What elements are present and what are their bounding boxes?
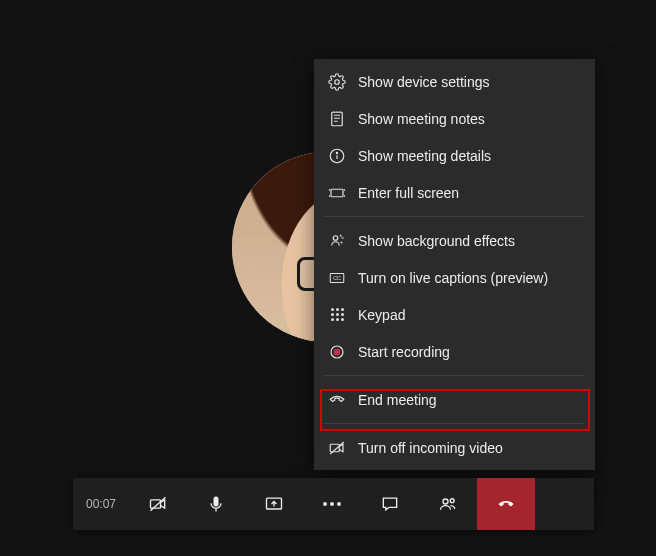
keypad-icon — [328, 306, 346, 324]
gear-icon — [328, 73, 346, 91]
menu-item-turn-off-incoming-video[interactable]: Turn off incoming video — [314, 429, 595, 466]
menu-separator — [324, 375, 585, 376]
menu-item-label: Show meeting notes — [358, 111, 485, 127]
info-icon — [328, 147, 346, 165]
svg-point-6 — [333, 235, 338, 240]
meeting-control-bar: 00:07 — [73, 478, 594, 530]
share-screen-button[interactable] — [245, 478, 303, 530]
menu-item-label: Start recording — [358, 344, 450, 360]
microphone-toggle-button[interactable] — [187, 478, 245, 530]
fullscreen-icon — [328, 184, 346, 202]
phone-hangup-icon — [328, 391, 346, 409]
svg-point-10 — [334, 348, 341, 355]
menu-item-label: Keypad — [358, 307, 405, 323]
menu-item-fullscreen[interactable]: Enter full screen — [314, 174, 595, 211]
video-off-icon — [328, 439, 346, 457]
menu-item-live-captions[interactable]: CC Turn on live captions (preview) — [314, 259, 595, 296]
menu-item-label: Show background effects — [358, 233, 515, 249]
svg-rect-5 — [331, 189, 343, 197]
more-actions-menu: Show device settings Show meeting notes … — [314, 59, 595, 470]
camera-toggle-button[interactable] — [129, 478, 187, 530]
notes-icon — [328, 110, 346, 128]
svg-rect-1 — [332, 112, 343, 126]
record-icon — [328, 343, 346, 361]
call-duration: 00:07 — [73, 478, 129, 530]
menu-item-keypad[interactable]: Keypad — [314, 296, 595, 333]
menu-item-device-settings[interactable]: Show device settings — [314, 63, 595, 100]
background-effects-icon — [328, 232, 346, 250]
show-participants-button[interactable] — [419, 478, 477, 530]
more-actions-button[interactable] — [303, 478, 361, 530]
menu-item-label: Show device settings — [358, 74, 490, 90]
menu-item-background-effects[interactable]: Show background effects — [314, 222, 595, 259]
menu-separator — [324, 423, 585, 424]
menu-item-label: Turn off incoming video — [358, 440, 503, 456]
menu-item-meeting-notes[interactable]: Show meeting notes — [314, 100, 595, 137]
show-chat-button[interactable] — [361, 478, 419, 530]
menu-item-label: End meeting — [358, 392, 437, 408]
menu-item-label: Enter full screen — [358, 185, 459, 201]
svg-point-17 — [450, 499, 454, 503]
menu-item-meeting-details[interactable]: Show meeting details — [314, 137, 595, 174]
captions-icon: CC — [328, 269, 346, 287]
svg-point-4 — [336, 152, 337, 153]
menu-item-start-recording[interactable]: Start recording — [314, 333, 595, 370]
menu-item-label: Turn on live captions (preview) — [358, 270, 548, 286]
svg-text:CC: CC — [333, 275, 341, 281]
menu-item-end-meeting[interactable]: End meeting — [314, 381, 595, 418]
hangup-button[interactable] — [477, 478, 535, 530]
ellipsis-icon — [323, 502, 341, 506]
svg-point-16 — [443, 499, 448, 504]
menu-separator — [324, 216, 585, 217]
menu-item-label: Show meeting details — [358, 148, 491, 164]
svg-point-0 — [335, 79, 340, 84]
